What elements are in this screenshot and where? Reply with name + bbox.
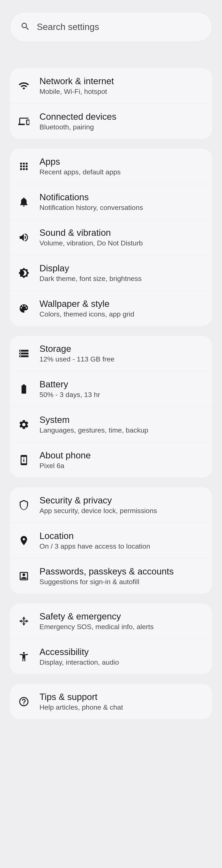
settings-group: Safety & emergency Emergency SOS, medica… — [10, 603, 212, 674]
item-title: Battery — [39, 379, 204, 390]
item-text: Notifications Notification history, conv… — [39, 192, 204, 212]
item-title: Accessibility — [39, 647, 204, 657]
item-text: Tips & support Help articles, phone & ch… — [39, 692, 204, 711]
location-icon — [18, 535, 30, 546]
storage-icon — [18, 348, 30, 359]
devices-icon — [18, 116, 30, 127]
item-text: Sound & vibration Volume, vibration, Do … — [39, 227, 204, 247]
security-item[interactable]: Security & privacy App security, device … — [10, 487, 212, 523]
account-box-icon — [18, 570, 30, 582]
item-subtitle: Display, interaction, audio — [39, 658, 204, 666]
item-subtitle: Colors, themed icons, app grid — [39, 310, 204, 318]
item-subtitle: 50% - 3 days, 13 hr — [39, 391, 204, 399]
phone-info-icon — [18, 454, 30, 466]
palette-icon — [18, 303, 30, 314]
item-title: Security & privacy — [39, 495, 204, 505]
item-title: Sound & vibration — [39, 227, 204, 238]
settings-group: Security & privacy App security, device … — [10, 487, 212, 594]
item-text: Storage 12% used - 113 GB free — [39, 344, 204, 363]
wallpaper-item[interactable]: Wallpaper & style Colors, themed icons, … — [10, 291, 212, 326]
apps-item[interactable]: Apps Recent apps, default apps — [10, 149, 212, 184]
location-item[interactable]: Location On / 3 apps have access to loca… — [10, 523, 212, 558]
search-icon — [20, 22, 30, 32]
item-subtitle: Recent apps, default apps — [39, 168, 204, 176]
item-title: Connected devices — [39, 112, 204, 122]
item-subtitle: Volume, vibration, Do Not Disturb — [39, 239, 204, 247]
item-subtitle: Help articles, phone & chat — [39, 703, 204, 711]
item-text: Wallpaper & style Colors, themed icons, … — [39, 299, 204, 318]
settings-group: Storage 12% used - 113 GB free Battery 5… — [10, 336, 212, 477]
item-title: Apps — [39, 156, 204, 167]
help-icon — [18, 696, 30, 707]
item-subtitle: Notification history, conversations — [39, 204, 204, 212]
search-bar[interactable]: Search settings — [10, 12, 212, 42]
wifi-icon — [18, 80, 30, 92]
item-title: Safety & emergency — [39, 611, 204, 622]
item-text: Security & privacy App security, device … — [39, 495, 204, 515]
item-text: Passwords, passkeys & accounts Suggestio… — [39, 566, 204, 586]
item-subtitle: 12% used - 113 GB free — [39, 355, 204, 363]
notifications-item[interactable]: Notifications Notification history, conv… — [10, 184, 212, 220]
item-title: Wallpaper & style — [39, 299, 204, 309]
item-subtitle: Bluetooth, pairing — [39, 123, 204, 131]
item-text: Safety & emergency Emergency SOS, medica… — [39, 611, 204, 631]
item-text: Location On / 3 apps have access to loca… — [39, 531, 204, 550]
item-subtitle: Suggestions for sign-in & autofill — [39, 578, 204, 586]
search-placeholder: Search settings — [37, 22, 99, 32]
accessibility-item[interactable]: Accessibility Display, interaction, audi… — [10, 639, 212, 674]
item-title: System — [39, 415, 204, 425]
display-item[interactable]: Display Dark theme, font size, brightnes… — [10, 255, 212, 291]
settings-group: Tips & support Help articles, phone & ch… — [10, 684, 212, 719]
item-text: System Languages, gestures, time, backup — [39, 415, 204, 434]
network-internet-item[interactable]: Network & internet Mobile, Wi-Fi, hotspo… — [10, 68, 212, 104]
item-subtitle: On / 3 apps have access to location — [39, 542, 204, 550]
item-subtitle: Dark theme, font size, brightness — [39, 275, 204, 283]
item-title: Notifications — [39, 192, 204, 202]
sound-item[interactable]: Sound & vibration Volume, vibration, Do … — [10, 220, 212, 255]
accessibility-icon — [18, 651, 30, 662]
tips-item[interactable]: Tips & support Help articles, phone & ch… — [10, 684, 212, 719]
item-title: Tips & support — [39, 692, 204, 702]
about-phone-item[interactable]: About phone Pixel 6a — [10, 442, 212, 477]
item-title: Display — [39, 263, 204, 273]
item-text: Connected devices Bluetooth, pairing — [39, 112, 204, 131]
apps-icon — [18, 161, 30, 172]
item-text: Accessibility Display, interaction, audi… — [39, 647, 204, 666]
item-text: Display Dark theme, font size, brightnes… — [39, 263, 204, 283]
item-title: Storage — [39, 344, 204, 354]
item-subtitle: Emergency SOS, medical info, alerts — [39, 623, 204, 631]
item-title: Passwords, passkeys & accounts — [39, 566, 204, 577]
system-item[interactable]: System Languages, gestures, time, backup — [10, 407, 212, 442]
connected-devices-item[interactable]: Connected devices Bluetooth, pairing — [10, 104, 212, 139]
settings-group: Network & internet Mobile, Wi-Fi, hotspo… — [10, 68, 212, 139]
gear-icon — [18, 419, 30, 430]
battery-item[interactable]: Battery 50% - 3 days, 13 hr — [10, 371, 212, 407]
passwords-item[interactable]: Passwords, passkeys & accounts Suggestio… — [10, 558, 212, 594]
shield-icon — [18, 499, 30, 511]
item-subtitle: Mobile, Wi-Fi, hotspot — [39, 88, 204, 95]
volume-icon — [18, 232, 30, 243]
bell-icon — [18, 196, 30, 208]
settings-group: Apps Recent apps, default apps Notificat… — [10, 149, 212, 326]
item-title: Network & internet — [39, 76, 204, 86]
brightness-icon — [18, 267, 30, 279]
storage-item[interactable]: Storage 12% used - 113 GB free — [10, 336, 212, 371]
battery-icon — [18, 383, 30, 395]
item-title: Location — [39, 531, 204, 541]
item-text: Network & internet Mobile, Wi-Fi, hotspo… — [39, 76, 204, 95]
item-title: About phone — [39, 450, 204, 461]
safety-item[interactable]: Safety & emergency Emergency SOS, medica… — [10, 603, 212, 639]
item-subtitle: Languages, gestures, time, backup — [39, 426, 204, 434]
item-text: About phone Pixel 6a — [39, 450, 204, 470]
emergency-icon — [18, 615, 30, 627]
item-text: Apps Recent apps, default apps — [39, 156, 204, 176]
item-text: Battery 50% - 3 days, 13 hr — [39, 379, 204, 399]
item-subtitle: App security, device lock, permissions — [39, 507, 204, 515]
item-subtitle: Pixel 6a — [39, 462, 204, 470]
